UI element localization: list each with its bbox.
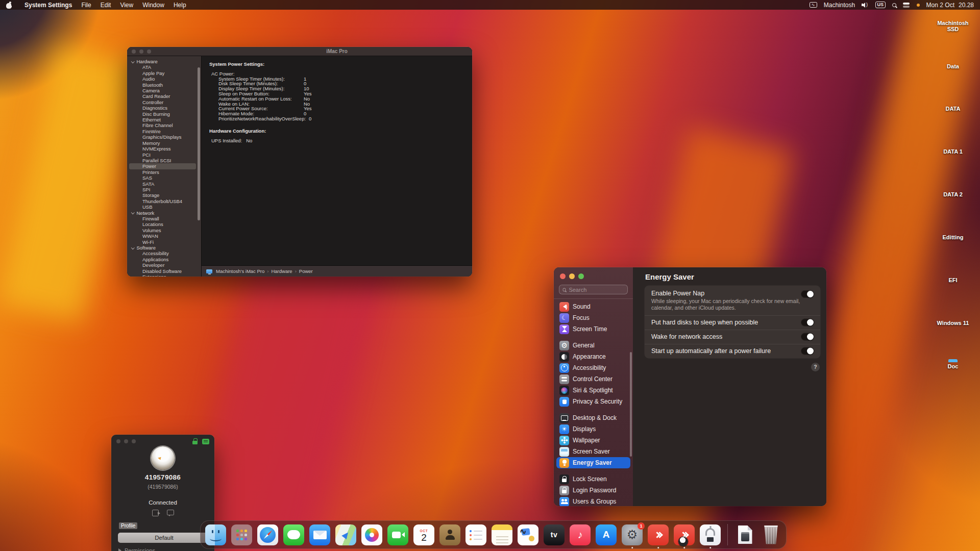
sidebar-item[interactable]: FireWire (127, 129, 201, 134)
dock-item-reminders[interactable] (465, 524, 486, 545)
sidebar-item[interactable]: WWAN (127, 233, 201, 239)
menu-item[interactable]: File (81, 2, 91, 9)
sidebar-item[interactable]: Accessibility (127, 251, 201, 256)
control-center-icon[interactable] (903, 3, 910, 8)
stats-monitor-icon[interactable] (810, 2, 817, 8)
scrollbar[interactable] (630, 352, 632, 457)
sidebar-item[interactable]: ATA (127, 64, 201, 70)
sidebar-item[interactable]: Audio (127, 76, 201, 82)
dock-item-calendar[interactable]: OCT2 (413, 524, 434, 545)
sidebar-item[interactable]: Disc Burning (127, 111, 201, 117)
sidebar-item[interactable]: Extensions (127, 274, 201, 277)
settings-sidebar-item[interactable]: Energy Saver (556, 457, 630, 468)
settings-sidebar-item[interactable]: Control Center (556, 373, 630, 385)
sidebar-section-software[interactable]: Software (127, 245, 201, 251)
sidebar-item[interactable]: PCI (127, 152, 201, 158)
sidebar-item[interactable]: Disabled Software (127, 268, 201, 274)
dock-item-maps[interactable] (335, 524, 356, 545)
settings-sidebar-item[interactable]: Wallpaper (556, 435, 630, 446)
dock-item-music[interactable] (570, 524, 591, 545)
apple-menu-icon[interactable] (6, 2, 12, 9)
volume-icon[interactable]: ) (862, 3, 869, 8)
desktop-icon[interactable]: DATA 2 (935, 189, 971, 198)
menu-item[interactable]: Help (174, 2, 186, 9)
menu-bar-clock[interactable]: Mon 2 Oct20.28 (926, 2, 974, 9)
toggle-wake-network[interactable] (801, 333, 814, 341)
device-name[interactable]: Machintosh (824, 2, 855, 9)
dock-item-messages[interactable] (283, 524, 304, 545)
dock-item-app-store[interactable] (596, 524, 617, 545)
sidebar-item[interactable]: Developer (127, 262, 201, 268)
sidebar-item[interactable]: Storage (127, 192, 201, 198)
settings-sidebar-item[interactable]: Focus (556, 312, 630, 323)
permissions-disclosure[interactable]: Permissions (118, 547, 214, 551)
menu-item[interactable]: Window (142, 2, 164, 9)
menu-app-name[interactable]: System Settings (24, 2, 72, 9)
settings-sidebar-item[interactable]: Screen Saver (556, 446, 630, 457)
dock-item-finder[interactable] (205, 524, 226, 545)
dock-item-trash[interactable] (761, 524, 781, 545)
chat-status-icon[interactable] (202, 439, 209, 444)
desktop-icon[interactable]: Doc (935, 361, 971, 370)
search-input[interactable] (569, 287, 624, 293)
toggle-startup-power-failure[interactable] (801, 347, 814, 355)
sidebar-item[interactable]: Camera (127, 88, 201, 93)
settings-sidebar-item[interactable]: Desktop & Dock (556, 412, 630, 423)
sidebar-item[interactable]: Locations (127, 221, 201, 227)
input-source-indicator[interactable]: US (875, 2, 886, 8)
settings-sidebar-item[interactable]: Appearance (556, 351, 630, 362)
dock-item-hackintool[interactable] (700, 524, 721, 545)
dock-item-notes[interactable] (492, 524, 512, 545)
file-transfer-icon[interactable] (152, 510, 159, 516)
sidebar-item[interactable]: NVMExpress (127, 146, 201, 152)
close-button[interactable] (560, 273, 566, 279)
toggle-enable-power-nap[interactable] (801, 290, 814, 298)
close-button[interactable] (132, 49, 136, 54)
dock-item-anydesk[interactable] (648, 524, 669, 545)
settings-sidebar-item[interactable]: Lock Screen (556, 473, 630, 485)
desktop-icon[interactable]: Editting (935, 232, 971, 241)
minimize-button[interactable] (569, 273, 575, 279)
minimize-button[interactable] (139, 49, 143, 54)
menu-item[interactable]: View (120, 2, 133, 9)
dock-item-document[interactable] (734, 524, 755, 545)
sidebar-item[interactable]: Power (129, 163, 196, 169)
toggle-hard-disk-sleep[interactable] (801, 319, 814, 327)
sidebar-item[interactable]: Bluetooth (127, 82, 201, 88)
settings-sidebar-item[interactable]: Siri & Spotlight (556, 385, 630, 396)
sidebar-item[interactable]: Applications (127, 257, 201, 262)
zoom-button[interactable] (578, 273, 584, 279)
profile-select[interactable]: Default (118, 533, 210, 543)
desktop-icon[interactable]: EFI (935, 275, 971, 284)
dock-item-anydesk-session[interactable] (674, 524, 695, 545)
help-button[interactable]: ? (811, 363, 820, 371)
sidebar-item[interactable]: Firewall (127, 216, 201, 221)
window-controls[interactable] (116, 439, 136, 443)
window-controls[interactable] (554, 267, 633, 284)
settings-sidebar-item[interactable]: General (556, 340, 630, 351)
sidebar-item[interactable]: Thunderbolt/USB4 (127, 198, 201, 204)
sidebar-item[interactable]: Graphics/Displays (127, 134, 201, 140)
sidebar-section-network[interactable]: Network (127, 210, 201, 216)
dock-item-mail[interactable] (309, 524, 330, 545)
sidebar-item[interactable]: Ethernet (127, 117, 201, 122)
settings-sidebar-item[interactable]: Sound (556, 301, 630, 312)
dock-item-photos[interactable] (361, 524, 382, 545)
sidebar-item[interactable]: SATA (127, 181, 201, 187)
dock-item-safari[interactable] (257, 524, 278, 545)
sidebar-item[interactable]: Card Reader (127, 93, 201, 99)
zoom-button[interactable] (147, 49, 151, 54)
sidebar-item[interactable]: Diagnostics (127, 105, 201, 111)
desktop-icon[interactable]: DATA (935, 104, 971, 113)
settings-sidebar-item[interactable]: Accessibility (556, 362, 630, 373)
zoom-button[interactable] (132, 439, 136, 443)
sidebar-item[interactable]: Printers (127, 169, 201, 175)
desktop-icon[interactable]: Machintosh SSD (935, 18, 971, 33)
settings-sidebar-item[interactable]: Login Password (556, 485, 630, 496)
dock-item-launchpad[interactable] (231, 524, 252, 545)
settings-sidebar-item[interactable]: Users & Groups (556, 496, 630, 506)
dock-item-contacts[interactable] (439, 524, 460, 545)
sidebar-item[interactable]: Parallel SCSI (127, 158, 201, 163)
sidebar-item[interactable]: Controller (127, 99, 201, 105)
desktop-icon[interactable]: DATA 1 (935, 146, 971, 156)
